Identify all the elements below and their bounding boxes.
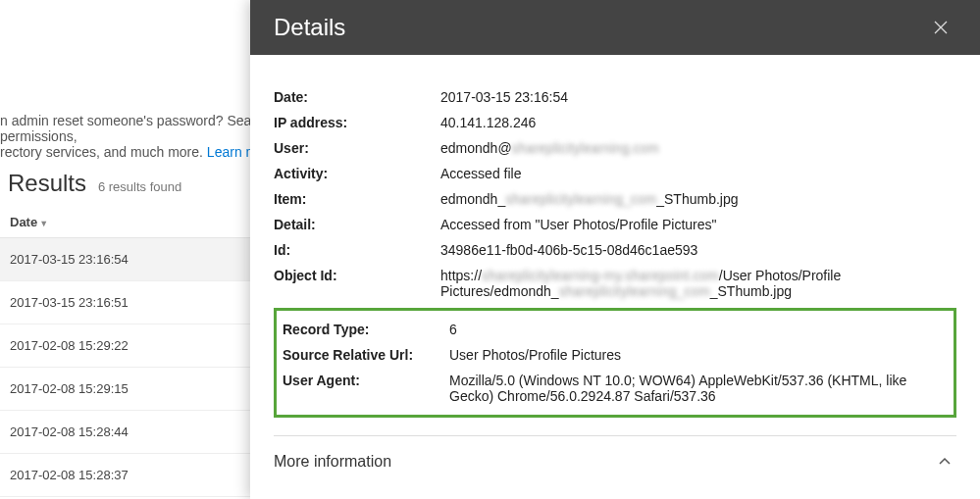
detail-value: Mozilla/5.0 (Windows NT 10.0; WOW64) App… — [449, 373, 948, 404]
detail-label: Record Type: — [283, 322, 449, 337]
detail-value: User Photos/Profile Pictures — [449, 347, 948, 363]
detail-label: Object Id: — [274, 268, 440, 283]
detail-label: User: — [274, 140, 440, 156]
detail-value: edmondh@shareplicitylearning.com — [440, 140, 956, 156]
detail-row: Source Relative Url:User Photos/Profile … — [283, 342, 948, 368]
detail-row: Detail:Accessed from "User Photos/Profil… — [274, 212, 956, 237]
detail-value: Accessed from "User Photos/Profile Pictu… — [440, 217, 956, 232]
detail-label: User Agent: — [283, 373, 449, 388]
close-button[interactable] — [925, 12, 956, 43]
details-panel: Details Date:2017-03-15 23:16:54IP addre… — [250, 0, 980, 499]
detail-row: Record Type:6 — [283, 317, 948, 342]
highlighted-fields: Record Type:6Source Relative Url:User Ph… — [274, 308, 956, 418]
results-title: Results — [8, 170, 86, 196]
results-count: 6 results found — [98, 179, 181, 194]
detail-value: Accessed file — [440, 166, 956, 181]
more-information-section[interactable]: More information — [274, 435, 956, 474]
sort-caret-icon: ▼ — [37, 219, 48, 228]
detail-row: User Agent:Mozilla/5.0 (Windows NT 10.0;… — [283, 368, 948, 409]
detail-value: edmondh_shareplicitylearning_com_SThumb.… — [440, 191, 956, 207]
detail-value: 40.141.128.246 — [440, 115, 956, 130]
panel-header: Details — [250, 0, 980, 55]
details-fields: Date:2017-03-15 23:16:54IP address:40.14… — [274, 84, 956, 304]
detail-row: User:edmondh@shareplicitylearning.com — [274, 135, 956, 161]
detail-row: Object Id:https://shareplicitylearning-m… — [274, 263, 956, 304]
detail-label: Source Relative Url: — [283, 347, 449, 363]
detail-label: Detail: — [274, 217, 440, 232]
more-information-label: More information — [274, 453, 933, 471]
panel-body: Date:2017-03-15 23:16:54IP address:40.14… — [250, 55, 980, 499]
detail-value: 6 — [449, 322, 948, 337]
detail-value: 34986e11-fb0d-406b-5c15-08d46c1ae593 — [440, 242, 956, 258]
detail-label: Item: — [274, 191, 440, 207]
detail-label: Id: — [274, 242, 440, 258]
detail-value: 2017-03-15 23:16:54 — [440, 89, 956, 105]
detail-row: Item:edmondh_shareplicitylearning_com_ST… — [274, 186, 956, 212]
detail-value: https://shareplicitylearning-my.sharepoi… — [440, 268, 956, 299]
detail-row: Date:2017-03-15 23:16:54 — [274, 84, 956, 110]
detail-row: Activity:Accessed file — [274, 161, 956, 186]
detail-label: Date: — [274, 89, 440, 105]
detail-row: Id:34986e11-fb0d-406b-5c15-08d46c1ae593 — [274, 237, 956, 263]
collapse-toggle[interactable] — [933, 450, 956, 474]
panel-title: Details — [274, 14, 925, 41]
hint-line-2: rectory services, and much more. — [0, 144, 207, 160]
detail-label: IP address: — [274, 115, 440, 130]
detail-label: Activity: — [274, 166, 440, 181]
detail-row: IP address:40.141.128.246 — [274, 110, 956, 135]
close-icon — [933, 20, 949, 35]
chevron-up-icon — [937, 454, 953, 470]
